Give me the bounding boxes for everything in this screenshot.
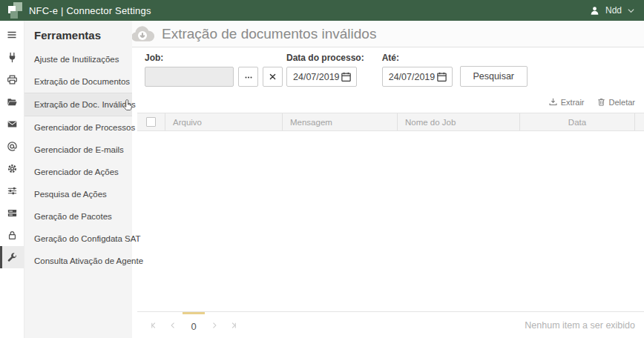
job-input[interactable] (145, 67, 234, 87)
menu-icon (6, 29, 18, 41)
delete-label: Deletar (609, 98, 635, 107)
panel-title: Ferramentas (24, 21, 132, 48)
x-icon (269, 73, 277, 81)
gear-icon (7, 163, 18, 174)
menu-item-gerenciador-emails[interactable]: Gerenciador de E-mails (24, 139, 132, 161)
column-header-spacer (634, 113, 644, 130)
server-icon (7, 208, 18, 219)
plug-icon (7, 52, 18, 63)
rail-menu-button[interactable] (0, 24, 24, 46)
chevron-down-icon (627, 7, 635, 15)
grid-body-empty (137, 131, 644, 311)
menu-item-ajuste-inutilizacoes[interactable]: Ajuste de Inutilizações (24, 48, 132, 70)
page-header: Extração de documentos inválidos (132, 21, 644, 47)
ellipsis-icon (243, 72, 254, 82)
user-icon (589, 5, 600, 16)
wrench-icon (7, 252, 18, 263)
search-form: Job: Data do processo: (132, 47, 644, 87)
select-all-cell (137, 113, 165, 130)
column-header-mensagem[interactable]: Mensagem (282, 113, 397, 130)
until-date-input[interactable] (389, 72, 436, 82)
menu-item-consulta-ativacao-agente[interactable]: Consulta Ativação de Agente (24, 250, 132, 272)
column-header-data[interactable]: Data (519, 113, 634, 130)
pager-next-button[interactable] (205, 312, 224, 338)
menu-item-gerenciador-acoes[interactable]: Gerenciador de Ações (24, 161, 132, 183)
search-button[interactable]: Pesquisar (460, 66, 528, 87)
trash-icon (597, 97, 606, 107)
cloud-download-icon (132, 21, 156, 47)
delete-button[interactable]: Deletar (597, 97, 635, 107)
pager-current-page[interactable]: 0 (183, 312, 205, 338)
pager-first-button[interactable] (144, 312, 163, 338)
menu-item-extracao-documentos[interactable]: Extração de Documentos (24, 70, 132, 93)
menu-item-extracao-doc-invalidos[interactable]: Extração de Doc. Inválidos (24, 93, 132, 116)
extract-button[interactable]: Extrair (548, 97, 585, 107)
user-name: Ndd (605, 5, 622, 16)
rail-item-security[interactable] (0, 224, 24, 246)
job-label: Job: (145, 53, 283, 63)
app-title: NFC-e | Connector Settings (29, 5, 151, 16)
pager-last-button[interactable] (224, 312, 243, 338)
rail-item-connections[interactable] (0, 46, 24, 68)
column-header-nome-do-job[interactable]: Nome do Job (397, 113, 519, 130)
content-area: Extração de documentos inválidos Job: Da… (132, 21, 644, 338)
rail-item-files[interactable] (0, 90, 24, 113)
process-date-input[interactable] (293, 72, 341, 82)
until-date-label: Até: (382, 53, 453, 63)
select-all-checkbox[interactable] (146, 117, 156, 127)
icon-rail (0, 21, 24, 338)
cursor-hand-icon (122, 99, 134, 111)
clear-job-button[interactable] (263, 67, 283, 87)
rail-item-settings[interactable] (0, 157, 24, 179)
tools-menu-panel: Ferramentas Ajuste de Inutilizações Extr… (24, 21, 132, 338)
menu-item-geracao-pacotes[interactable]: Geração de Pacotes (24, 205, 132, 228)
menu-item-label: Extração de Doc. Inválidos (34, 100, 136, 109)
menu-item-geracao-configdata-sat[interactable]: Geração do Configdata SAT (24, 228, 132, 250)
user-menu[interactable]: Ndd (589, 5, 635, 16)
sliders-icon (7, 185, 18, 196)
envelope-icon (7, 119, 18, 130)
calendar-icon[interactable] (436, 71, 447, 82)
browse-job-button[interactable] (238, 67, 258, 87)
rail-item-email-accounts[interactable] (0, 135, 24, 157)
grid-header-row: Arquivo Mensagem Nome do Job Data (137, 113, 644, 131)
pager-prev-button[interactable] (163, 312, 183, 338)
topbar: NFC-e | Connector Settings Ndd (0, 0, 644, 21)
at-sign-icon (7, 141, 18, 152)
printer-icon (7, 74, 18, 85)
download-icon (548, 97, 558, 107)
calendar-icon[interactable] (341, 71, 352, 82)
lock-icon (7, 230, 18, 241)
pager-status-text: Nenhum item a ser exibido (525, 320, 635, 331)
rail-item-parameters[interactable] (0, 179, 24, 202)
app-logo-icon (6, 2, 22, 19)
column-header-arquivo[interactable]: Arquivo (165, 113, 282, 130)
menu-item-pesquisa-acoes[interactable]: Pesquisa de Ações (24, 183, 132, 205)
grid-actions: Extrair Deletar (132, 87, 644, 107)
rail-item-tools[interactable] (0, 246, 24, 268)
page-title: Extração de documentos inválidos (162, 26, 376, 42)
rail-item-servers[interactable] (0, 202, 24, 224)
pager: 0 Nenhum item a ser exibido (137, 311, 644, 338)
rail-item-mail[interactable] (0, 113, 24, 135)
folder-open-icon (7, 96, 18, 107)
menu-item-gerenciador-processos[interactable]: Gerenciador de Processos (24, 116, 132, 139)
results-grid: Arquivo Mensagem Nome do Job Data 0 (137, 113, 644, 338)
rail-item-print[interactable] (0, 68, 24, 90)
process-date-label: Data do processo: (286, 53, 364, 63)
extract-label: Extrair (561, 98, 585, 107)
